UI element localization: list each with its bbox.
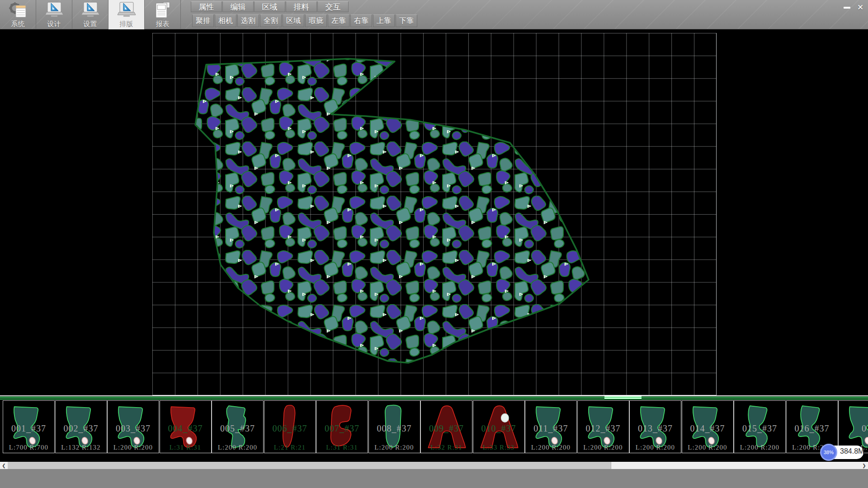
piece-label: 005_#37 xyxy=(212,423,263,434)
tool-bar: 聚排相机选割全割区域瑕疵左靠右靠上靠下靠 xyxy=(192,14,418,27)
tool-button-2[interactable]: 相机 xyxy=(215,14,236,27)
piece-lr-count: L:32 R:31 xyxy=(421,444,472,451)
menu-bar: 属性编辑区域排料交互 xyxy=(191,1,349,12)
piece-label: 014_#37 xyxy=(682,423,733,434)
thumbnail-cell-14[interactable]: 014_#37L:200 R:200 xyxy=(682,400,734,453)
main-toolbar-button-label: 系统 xyxy=(11,20,25,28)
piece-label: 012_#37 xyxy=(578,423,629,434)
ruler-icon xyxy=(45,1,64,19)
percent-indicator: 38% xyxy=(820,444,837,461)
system-icon xyxy=(9,1,28,19)
piece-lr-count: L:700 R:700 xyxy=(3,444,54,451)
thumbnail-cell-15[interactable]: 015_#37L:200 R:200 xyxy=(734,400,786,453)
piece-label: 013_#37 xyxy=(630,423,681,434)
app-window: 系统设计设置排版报表 属性编辑区域排料交互 聚排相机选割全割区域瑕疵左靠右靠上靠… xyxy=(0,0,868,488)
titlebar: 系统设计设置排版报表 属性编辑区域排料交互 聚排相机选割全割区域瑕疵左靠右靠上靠… xyxy=(0,0,868,29)
menu-button-3[interactable]: 区域 xyxy=(254,1,285,12)
tool-button-10[interactable]: 下靠 xyxy=(396,14,417,27)
main-toolbar-button-label: 排版 xyxy=(120,20,133,28)
thumbnail-cell-7[interactable]: 007_#37L:31 R:31 xyxy=(316,400,368,453)
scroll-right-button[interactable]: ❯ xyxy=(860,462,868,469)
piece-lr-count: L:200 R:200 xyxy=(682,444,733,451)
close-button[interactable]: ✕ xyxy=(854,2,867,13)
piece-lr-count: L:21 R:21 xyxy=(264,444,316,451)
piece-label: 003_#37 xyxy=(108,423,159,434)
main-toolbar-button-label: 设置 xyxy=(84,20,97,28)
piece-label: 009_#37 xyxy=(421,423,472,434)
memory-status-badge: 384.8M 38% xyxy=(820,445,863,460)
menu-button-1[interactable]: 属性 xyxy=(191,1,222,12)
thumbnail-cell-11[interactable]: 011_#37L:200 R:200 xyxy=(525,400,577,453)
piece-label: 001_#37 xyxy=(3,423,54,434)
menu-button-5[interactable]: 交互 xyxy=(317,1,349,12)
thumbnail-cell-12[interactable]: 012_#37L:200 R:200 xyxy=(577,400,629,453)
piece-lr-count: L:200 R:200 xyxy=(578,444,629,451)
piece-lr-count: L:132 R:132 xyxy=(56,444,107,451)
menu-button-2[interactable]: 编辑 xyxy=(222,1,254,12)
thumbnail-cell-3[interactable]: 003_#37L:200 R:200 xyxy=(107,400,159,453)
piece-label: 006_#37 xyxy=(264,423,316,434)
piece-label: 016_#37 xyxy=(787,423,838,434)
green-line-1 xyxy=(0,397,868,398)
main-toolbar-button-label: 设计 xyxy=(47,20,61,28)
thumbnail-cell-4[interactable]: 004_#37L:31 R:31 xyxy=(160,400,212,453)
thumbnail-cell-9[interactable]: 009_#37L:32 R:31 xyxy=(420,400,472,453)
horizontal-scrollbar[interactable]: ❮ ❯ xyxy=(0,462,868,469)
piece-label: 015_#37 xyxy=(734,423,785,434)
piece-lr-count: L:200 R:200 xyxy=(630,444,681,451)
main-toolbar-button-4[interactable]: 排版 xyxy=(108,0,145,29)
report-icon xyxy=(153,1,172,19)
piece-label: 011_#37 xyxy=(525,423,576,434)
main-toolbar-button-label: 报表 xyxy=(156,20,170,28)
thumbnail-cell-6[interactable]: 006_#37L:21 R:21 xyxy=(264,400,316,453)
piece-lr-count: L:33 R:33 xyxy=(473,444,524,451)
divider-line xyxy=(0,395,868,396)
piece-label: 008_#37 xyxy=(369,423,420,434)
piece-lr-count: L:200 R:200 xyxy=(525,444,576,451)
thumbnail-cell-10[interactable]: 010_#37L:33 R:33 xyxy=(473,400,525,453)
main-toolbar: 系统设计设置排版报表 xyxy=(0,0,181,29)
tool-button-1[interactable]: 聚排 xyxy=(192,14,214,27)
thumbnail-cell-5[interactable]: 005_#37L:200 R:200 xyxy=(212,400,264,453)
tool-button-3[interactable]: 选割 xyxy=(237,14,259,27)
percent-value: 38% xyxy=(824,450,834,455)
scrollbar-thumb[interactable] xyxy=(8,462,611,469)
window-controls: ✕ xyxy=(840,2,867,13)
memory-value: 384.8M xyxy=(840,447,864,455)
piece-thumbnail-list: 001_#37L:700 R:700002_#37L:132 R:132003_… xyxy=(3,400,868,453)
strip-divider xyxy=(0,395,868,400)
piece-lr-count: L:200 R:200 xyxy=(734,444,785,451)
thumbnail-cell-13[interactable]: 013_#37L:200 R:200 xyxy=(629,400,681,453)
main-toolbar-button-5[interactable]: 报表 xyxy=(145,0,181,29)
minimize-button[interactable] xyxy=(840,2,854,13)
tool-button-7[interactable]: 左靠 xyxy=(328,14,349,27)
main-toolbar-button-3[interactable]: 设置 xyxy=(72,0,108,29)
nesting-canvas[interactable] xyxy=(152,33,717,395)
tool-button-9[interactable]: 上靠 xyxy=(373,14,395,27)
piece-label: 002_#37 xyxy=(56,423,107,434)
tool-button-8[interactable]: 右靠 xyxy=(350,14,372,27)
piece-label: 004_#37 xyxy=(160,423,211,434)
close-icon: ✕ xyxy=(857,3,863,12)
ruler-icon xyxy=(81,1,100,19)
tool-button-5[interactable]: 区域 xyxy=(283,14,304,27)
green-line-2 xyxy=(0,399,868,399)
main-toolbar-button-1[interactable]: 系统 xyxy=(0,0,36,29)
piece-lr-count: L:31 R:31 xyxy=(316,444,368,451)
main-toolbar-button-2[interactable]: 设计 xyxy=(36,0,72,29)
piece-label: 0 xyxy=(839,423,868,434)
scroll-left-button[interactable]: ❮ xyxy=(0,462,8,469)
piece-label: 010_#37 xyxy=(473,423,524,434)
piece-lr-count: L:200 R:200 xyxy=(108,444,159,451)
tool-button-4[interactable]: 全割 xyxy=(260,14,282,27)
thumbnail-cell-1[interactable]: 001_#37L:700 R:700 xyxy=(3,400,55,453)
piece-thumbnail-strip: 001_#37L:700 R:700002_#37L:132 R:132003_… xyxy=(0,400,868,462)
bottom-statusbar xyxy=(0,469,868,488)
menu-button-4[interactable]: 排料 xyxy=(286,1,317,12)
thumbnail-cell-8[interactable]: 008_#37L:200 R:200 xyxy=(368,400,420,453)
minimize-icon xyxy=(844,7,850,9)
nesting-workarea[interactable] xyxy=(0,29,868,395)
thumbnail-cell-2[interactable]: 002_#37L:132 R:132 xyxy=(55,400,107,453)
piece-lr-count: L:31 R:31 xyxy=(160,444,211,451)
tool-button-6[interactable]: 瑕疵 xyxy=(305,14,327,27)
